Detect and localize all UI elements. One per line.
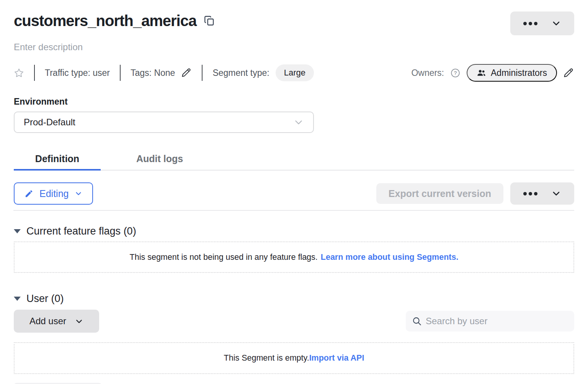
tab-audit-logs[interactable]: Audit logs bbox=[122, 148, 197, 170]
ellipsis-icon bbox=[523, 22, 537, 25]
divider bbox=[120, 65, 121, 81]
divider bbox=[34, 65, 35, 81]
search-by-user-input[interactable] bbox=[426, 316, 568, 327]
segment-empty-text: This Segment is empty. bbox=[224, 353, 309, 363]
traffic-type-label: Traffic type: user bbox=[45, 68, 110, 78]
chevron-down-icon bbox=[75, 317, 83, 326]
environment-label: Environment bbox=[14, 97, 574, 107]
import-via-api-link[interactable]: Import via API bbox=[309, 353, 364, 363]
search-icon bbox=[412, 316, 422, 326]
owners-value: Administrators bbox=[491, 68, 547, 78]
svg-text:?: ? bbox=[454, 70, 457, 76]
feature-flags-empty-state: This segment is not being used in any fe… bbox=[14, 241, 574, 273]
chevron-down-icon bbox=[293, 117, 304, 128]
add-user-button[interactable]: Add user bbox=[14, 310, 99, 333]
people-icon bbox=[477, 68, 486, 78]
environment-selected-value: Prod-Default bbox=[24, 117, 75, 128]
chevron-down-icon bbox=[551, 189, 561, 199]
tags-group: Tags: None bbox=[131, 67, 192, 78]
owners-badge[interactable]: Administrators bbox=[467, 64, 557, 82]
segment-type-badge: Large bbox=[276, 64, 314, 81]
toolbar-right: Export current version bbox=[376, 182, 574, 205]
collapse-triangle-icon[interactable] bbox=[14, 229, 21, 233]
tab-bar: Definition Audit logs bbox=[14, 148, 574, 171]
toolbar-more-menu-button[interactable] bbox=[510, 182, 574, 205]
segment-type-label: Segment type: bbox=[212, 68, 269, 78]
meta-left: Traffic type: user Tags: None Segment ty… bbox=[14, 64, 314, 81]
add-user-label: Add user bbox=[29, 316, 66, 327]
meta-row: Traffic type: user Tags: None Segment ty… bbox=[14, 64, 574, 82]
segment-type-group: Segment type: Large bbox=[212, 64, 314, 81]
editing-label: Editing bbox=[39, 188, 69, 199]
user-section-heading: User (0) bbox=[14, 293, 574, 305]
divider bbox=[13, 210, 574, 211]
edit-owners-button[interactable] bbox=[563, 67, 574, 79]
environment-select[interactable]: Prod-Default bbox=[14, 112, 314, 133]
help-circle-icon[interactable]: ? bbox=[450, 68, 461, 78]
tab-definition[interactable]: Definition bbox=[14, 148, 101, 170]
description-placeholder[interactable]: Enter description bbox=[14, 42, 574, 53]
user-heading-text: User (0) bbox=[26, 293, 64, 305]
feature-flags-empty-text: This segment is not being used in any fe… bbox=[130, 253, 318, 262]
segment-detail-page: customers_north_america Enter descriptio… bbox=[0, 0, 588, 384]
divider bbox=[202, 65, 203, 81]
header: customers_north_america bbox=[14, 11, 574, 36]
owners-group: Owners: ? Administrators bbox=[411, 64, 574, 82]
chevron-down-icon bbox=[551, 18, 561, 28]
star-icon bbox=[14, 68, 24, 78]
chevron-down-icon bbox=[75, 190, 82, 197]
page-title: customers_north_america bbox=[14, 11, 196, 30]
favorite-star-button[interactable] bbox=[14, 68, 24, 78]
feature-flags-heading-text: Current feature flags (0) bbox=[26, 225, 136, 237]
user-search-box bbox=[406, 311, 574, 331]
definition-toolbar: Editing Export current version bbox=[14, 182, 574, 205]
copy-icon bbox=[204, 15, 214, 26]
header-more-menu-button[interactable] bbox=[510, 11, 574, 35]
feature-flags-section-heading: Current feature flags (0) bbox=[14, 225, 574, 237]
copy-name-button[interactable] bbox=[204, 15, 214, 26]
user-empty-state: This Segment is empty. Import via API bbox=[14, 342, 574, 374]
user-controls-row: Add user bbox=[14, 310, 574, 333]
title-wrap: customers_north_america bbox=[14, 11, 214, 30]
pencil-icon bbox=[24, 189, 33, 198]
collapse-triangle-icon[interactable] bbox=[14, 297, 21, 301]
pencil-icon bbox=[181, 67, 192, 78]
export-current-version-button[interactable]: Export current version bbox=[376, 183, 503, 204]
ellipsis-icon bbox=[523, 192, 537, 195]
learn-more-link[interactable]: Learn more about using Segments. bbox=[321, 253, 459, 262]
edit-tags-button[interactable] bbox=[181, 67, 192, 78]
owners-label: Owners: bbox=[411, 68, 444, 78]
pencil-icon bbox=[563, 67, 574, 79]
editing-mode-button[interactable]: Editing bbox=[14, 182, 93, 205]
tags-label: Tags: None bbox=[131, 68, 175, 78]
